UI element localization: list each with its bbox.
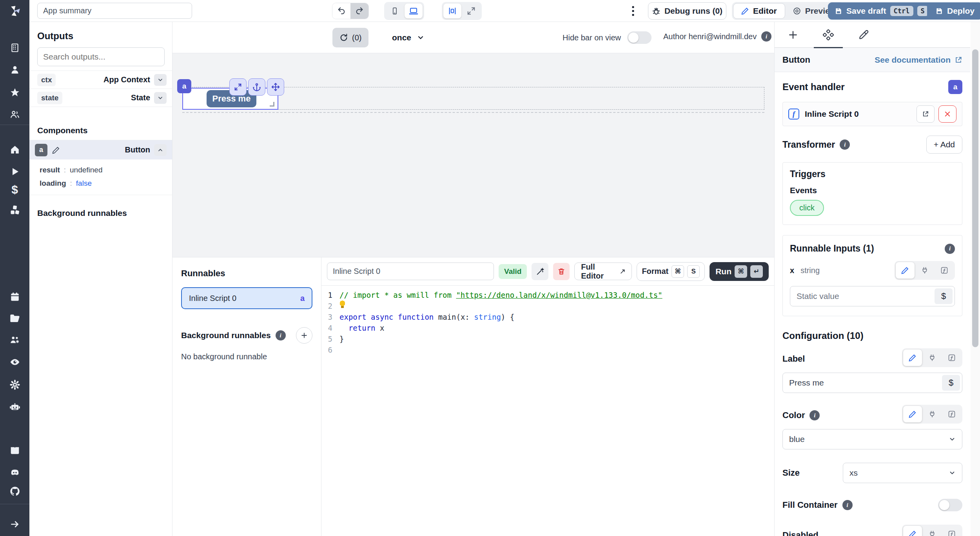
component-collapse-button[interactable] [154,144,167,156]
state-expand-button[interactable] [154,92,167,104]
code-line[interactable]: 3export async function main(x: string) { [323,311,774,322]
resources-cubes-icon[interactable] [0,201,29,219]
github-icon[interactable] [0,483,29,500]
format-button[interactable]: Format ⌘ S [637,262,705,281]
inline-script-row[interactable]: f Inline Script 0 [782,102,962,126]
mobile-view-button[interactable] [386,4,404,18]
connect-mode-plug-icon[interactable] [915,262,934,279]
info-icon[interactable]: i [761,31,771,42]
static-mode-pencil-icon[interactable] [896,262,915,279]
desktop-view-button[interactable] [405,4,423,18]
workers-robot-icon[interactable] [0,398,29,415]
center-align-button[interactable] [443,4,461,18]
static-mode-pencil-icon[interactable] [903,349,922,366]
home-icon[interactable] [0,141,29,158]
move-component-handle[interactable] [267,78,284,96]
connect-mode-plug-icon[interactable] [923,406,942,422]
static-value-field[interactable]: Static value $ [790,286,955,306]
settings-gear-icon[interactable] [0,376,29,393]
tab-insert[interactable] [775,22,811,47]
info-icon[interactable]: i [842,500,853,510]
app-canvas[interactable]: Press me a [172,53,774,257]
info-icon[interactable]: i [840,139,850,150]
collapse-arrow-icon[interactable] [0,516,29,533]
refresh-runnables-button[interactable]: (0) [332,28,368,47]
info-icon[interactable]: i [809,410,820,420]
save-draft-button[interactable]: Save draft Ctrl S [828,2,935,20]
anchor-component-handle[interactable] [248,78,265,96]
kbd-cmd: ⌘ [735,265,747,278]
component-row-a[interactable]: a Button [29,140,172,159]
debug-runs-button[interactable]: Debug runs (0) [648,2,726,20]
static-mode-pencil-icon[interactable] [903,526,922,536]
code-line[interactable]: 5} [323,333,774,344]
script-name-input[interactable] [327,263,494,280]
delete-script-button[interactable] [553,263,570,280]
audit-eye-icon[interactable] [0,353,29,371]
full-editor-button[interactable]: Full Editor [574,263,632,280]
fill-container-toggle[interactable] [938,499,962,511]
scrollbar-thumb[interactable] [972,49,978,347]
ctx-expand-button[interactable] [154,74,167,86]
redo-button[interactable] [350,3,368,19]
user-icon[interactable] [0,61,29,78]
search-outputs-input[interactable] [37,47,165,66]
app-summary-input[interactable] [37,3,192,19]
remove-script-button[interactable] [938,105,956,123]
info-icon[interactable]: i [276,330,286,340]
code-line[interactable]: 2 [323,301,774,311]
resize-handle[interactable] [270,102,274,107]
run-button[interactable]: Run ⌘ ↵ [710,262,769,281]
template-dollar-button[interactable]: $ [935,288,953,304]
color-select[interactable]: blue [782,429,962,449]
tab-settings[interactable] [811,22,846,47]
windmill-logo[interactable] [0,2,29,20]
template-dollar-button[interactable]: $ [942,375,960,391]
eval-mode-fn-icon[interactable] [942,349,961,366]
run-policy-dropdown[interactable]: once [392,28,425,47]
see-documentation-link[interactable]: See documentation [875,55,962,65]
panel-scrollbar[interactable] [971,22,980,536]
add-background-runnable-button[interactable] [296,327,312,344]
schedules-calendar-icon[interactable] [0,288,29,306]
discord-icon[interactable] [0,464,29,481]
docs-book-icon[interactable] [0,442,29,459]
undo-button[interactable] [332,3,350,19]
connect-mode-plug-icon[interactable] [923,349,942,366]
static-mode-pencil-icon[interactable] [903,406,922,422]
size-select[interactable]: xs [843,463,962,483]
workspace-icon[interactable] [0,39,29,56]
groups-gear-icon[interactable] [0,331,29,349]
label-field[interactable]: Press me $ [782,373,962,393]
favorites-star-icon[interactable] [0,84,29,101]
members-icon[interactable] [0,106,29,123]
code-line[interactable]: 6 [323,344,774,355]
variables-dollar-icon[interactable]: $ [0,181,29,198]
code-line[interactable]: 1// import * as wmill from "https://deno… [323,290,774,301]
runnable-item-inline-script-0[interactable]: Inline Script 0 a [181,287,312,309]
output-row-state[interactable]: state State [29,89,172,107]
folders-icon[interactable] [0,310,29,327]
loading-row[interactable]: loading:false [29,174,172,195]
add-transformer-button[interactable]: + Add [926,136,962,154]
more-options-menu[interactable] [626,4,640,18]
result-row[interactable]: result:undefined [29,159,172,174]
deploy-button[interactable]: Deploy [927,2,980,20]
eval-mode-fn-icon[interactable] [935,262,954,279]
eval-mode-fn-icon[interactable] [942,406,961,422]
rename-pencil-icon[interactable] [52,146,60,154]
output-row-ctx[interactable]: ctx App Context [29,71,172,89]
fullscreen-button[interactable] [462,4,480,18]
info-icon[interactable]: i [945,244,955,254]
open-script-button[interactable] [916,105,935,123]
code-lines[interactable]: 1// import * as wmill from "https://deno… [321,286,774,355]
connect-mode-plug-icon[interactable] [923,526,942,536]
expand-component-handle[interactable] [229,78,247,96]
editor-tab[interactable]: Editor [733,3,785,19]
tab-styling[interactable] [846,22,881,47]
ai-wand-button[interactable] [532,263,548,280]
eval-mode-fn-icon[interactable] [942,526,961,536]
hide-bar-toggle[interactable] [627,31,652,44]
code-line[interactable]: 4 return x [323,322,774,333]
runs-play-icon[interactable] [0,163,29,180]
